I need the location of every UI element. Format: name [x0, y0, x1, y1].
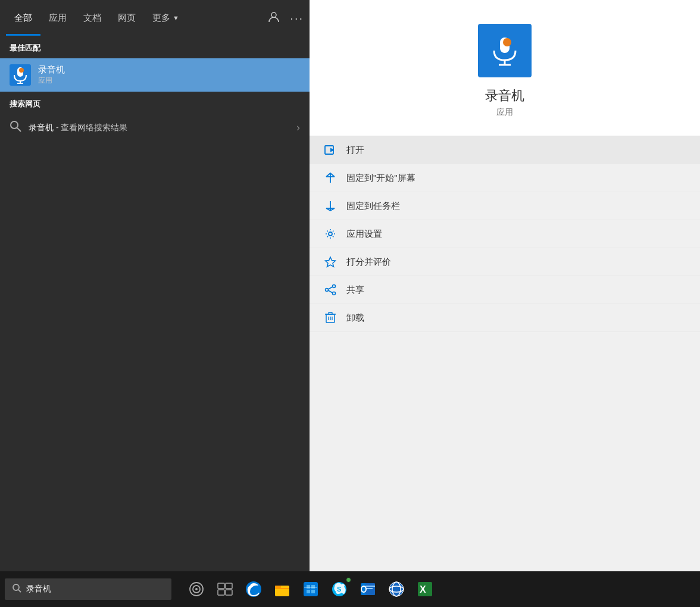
tab-apps[interactable]: 应用: [40, 0, 75, 36]
menu-open[interactable]: 打开: [310, 136, 700, 164]
menu-open-label: 打开: [346, 145, 364, 156]
svg-point-12: [503, 38, 511, 46]
svg-point-35: [195, 588, 198, 590]
taskbar-icons: S: [183, 576, 438, 602]
svg-text:X: X: [420, 584, 426, 595]
menu-settings-label: 应用设置: [346, 229, 382, 240]
search-icon: [10, 120, 21, 135]
context-menu: 打开 固定到"开始"屏幕 固定到任务栏: [310, 136, 700, 571]
chevron-down-icon: ▼: [173, 14, 179, 21]
svg-rect-36: [218, 583, 224, 589]
svg-point-5: [19, 68, 24, 73]
account-icon[interactable]: [267, 10, 280, 26]
search-results: 最佳匹配 录音机 应用 搜索网页: [0, 36, 310, 571]
svg-line-7: [17, 128, 21, 132]
svg-rect-44: [304, 582, 318, 596]
share-icon: [324, 283, 337, 296]
svg-rect-38: [218, 590, 224, 595]
uninstall-icon: [324, 311, 337, 324]
svg-line-32: [18, 590, 21, 592]
taskbar-search-icon: [12, 583, 21, 595]
svg-point-0: [271, 12, 276, 17]
tab-docs[interactable]: 文档: [75, 0, 110, 36]
svg-rect-54: [365, 586, 375, 587]
settings-icon: [324, 227, 337, 240]
menu-pin-taskbar-label: 固定到任务栏: [346, 201, 400, 212]
taskbar: 录音机: [0, 571, 700, 607]
arrow-right-icon: ›: [296, 121, 300, 134]
svg-rect-43: [275, 588, 289, 589]
taskbar-outlook[interactable]: [355, 576, 381, 602]
svg-rect-47: [307, 590, 310, 593]
open-icon: [324, 143, 337, 157]
taskbar-taskview[interactable]: [183, 576, 210, 602]
menu-uninstall-label: 卸载: [346, 312, 364, 324]
svg-rect-48: [311, 590, 315, 593]
svg-point-18: [329, 232, 332, 236]
menu-pin-start[interactable]: 固定到"开始"屏幕: [310, 164, 700, 192]
menu-rate-label: 打分并评价: [346, 256, 391, 268]
tab-web[interactable]: 网页: [110, 0, 144, 36]
svg-rect-27: [329, 312, 332, 314]
svg-rect-39: [226, 590, 232, 595]
pin-taskbar-icon: [324, 199, 337, 212]
app-name: 录音机: [38, 64, 65, 76]
app-type: 应用: [38, 76, 65, 86]
menu-share[interactable]: 共享: [310, 276, 700, 304]
svg-rect-37: [226, 583, 232, 589]
star-icon: [324, 255, 337, 268]
more-icon[interactable]: ···: [290, 11, 304, 25]
app-detail: 录音机 应用: [310, 0, 700, 136]
right-panel: 录音机 应用 打开 固定到"开始"屏幕: [310, 0, 700, 571]
svg-rect-49: [304, 587, 317, 588]
menu-app-settings[interactable]: 应用设置: [310, 220, 700, 248]
taskbar-skype[interactable]: S: [326, 576, 352, 602]
app-detail-name: 录音机: [485, 87, 524, 105]
tab-all[interactable]: 全部: [6, 0, 40, 36]
tab-more[interactable]: 更多 ▼: [144, 0, 188, 36]
menu-share-label: 共享: [346, 284, 364, 296]
taskbar-search-text: 录音机: [26, 584, 51, 595]
svg-rect-42: [275, 586, 281, 588]
svg-point-21: [326, 289, 329, 292]
web-search-item[interactable]: 录音机 - 查看网络搜索结果 ›: [0, 114, 310, 141]
svg-point-6: [11, 121, 18, 129]
menu-pin-start-label: 固定到"开始"屏幕: [346, 173, 415, 184]
taskbar-edge[interactable]: [240, 576, 267, 602]
taskbar-store[interactable]: [298, 576, 324, 602]
svg-line-23: [328, 287, 332, 289]
app-detail-type: 应用: [496, 107, 513, 118]
menu-rate[interactable]: 打分并评价: [310, 248, 700, 276]
web-search-text: 录音机 - 查看网络搜索结果: [29, 123, 289, 133]
taskbar-excel[interactable]: X: [412, 576, 438, 602]
svg-line-24: [328, 290, 332, 293]
app-big-icon: [478, 24, 532, 77]
web-search-title: 搜索网页: [0, 92, 310, 114]
svg-text:S: S: [337, 586, 341, 593]
svg-point-22: [333, 292, 336, 295]
taskbar-multitask[interactable]: [212, 576, 238, 602]
taskbar-explorer[interactable]: [269, 576, 295, 602]
best-match-item[interactable]: 录音机 应用: [0, 58, 310, 92]
tab-bar: 全部 应用 文档 网页 更多 ▼ ···: [0, 0, 310, 36]
app-icon-small: [10, 64, 31, 86]
menu-pin-taskbar[interactable]: 固定到任务栏: [310, 192, 700, 220]
search-panel: 全部 应用 文档 网页 更多 ▼ ··· 最佳匹配: [0, 0, 310, 571]
best-match-title: 最佳匹配: [0, 36, 310, 58]
svg-point-20: [333, 285, 336, 288]
pin-start-icon: [324, 171, 337, 184]
taskbar-ie[interactable]: [383, 576, 410, 602]
svg-point-57: [362, 587, 365, 592]
svg-marker-19: [326, 257, 336, 267]
svg-point-31: [13, 584, 19, 590]
menu-uninstall[interactable]: 卸载: [310, 304, 700, 332]
tab-bar-actions: ···: [267, 10, 304, 26]
taskbar-search-box[interactable]: 录音机: [5, 578, 171, 600]
